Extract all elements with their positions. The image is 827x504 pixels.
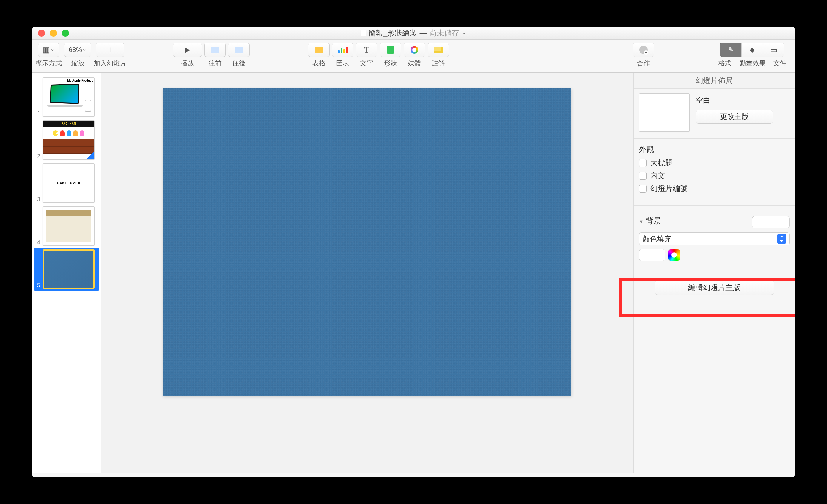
slide-canvas-area[interactable] [101, 72, 633, 473]
text-button[interactable] [356, 43, 377, 57]
inspector-tabs-group: 格式 動畫效果 文件 [713, 43, 791, 68]
view-mode-button[interactable] [38, 43, 59, 57]
slide-number: 3 [34, 196, 40, 203]
fill-type-select[interactable]: 顏色填充 [639, 232, 790, 245]
slide-number-checkbox-row[interactable]: 幻燈片編號 [639, 184, 790, 194]
toolbar: 顯示方式 68% 縮放 加入幻燈片 播放 往前 [32, 40, 795, 72]
comment-button[interactable] [428, 43, 449, 57]
view-mode-label: 顯示方式 [36, 59, 62, 68]
keynote-window: 簡報_形狀繪製 — 尚未儲存 顯示方式 68% 縮放 [32, 27, 795, 477]
inspector-tabs [720, 43, 784, 57]
background-heading[interactable]: 背景 [639, 216, 661, 226]
animate-tab-label: 動畫效果 [737, 59, 768, 68]
slide-preview: PAC-MAN [43, 120, 95, 160]
slide-thumb-4[interactable]: 4 [34, 205, 99, 248]
slide-thumb-2[interactable]: 2 PAC-MAN [34, 118, 99, 161]
prev-slide-icon [211, 47, 219, 53]
add-slide-button[interactable] [96, 43, 125, 57]
animate-tab[interactable] [741, 43, 763, 57]
slide2-banner: PAC-MAN [43, 120, 94, 127]
zoom-group: 68% 縮放 [64, 43, 91, 68]
background-swatch[interactable] [752, 216, 790, 228]
shape-label: 形狀 [384, 59, 397, 68]
layout-section: 空白 更改主版 [634, 89, 795, 139]
checkbox-icon[interactable] [639, 159, 647, 167]
zoom-value: 68% [69, 46, 82, 54]
fullscreen-button[interactable] [62, 30, 69, 37]
checkbox-icon[interactable] [639, 172, 647, 180]
zoom-button[interactable]: 68% [64, 43, 91, 57]
title-checkbox-row[interactable]: 大標題 [639, 158, 790, 168]
media-icon [410, 46, 418, 54]
prev-slide-button[interactable] [204, 43, 226, 57]
checkbox-icon[interactable] [639, 185, 647, 193]
ghost-icon [73, 131, 78, 136]
add-slide-label: 加入幻燈片 [94, 59, 127, 68]
person-add-icon [639, 46, 647, 54]
format-tab[interactable] [720, 43, 741, 57]
table-button[interactable] [308, 43, 330, 57]
brush-icon [728, 46, 734, 54]
slide-canvas[interactable] [163, 88, 572, 396]
color-well[interactable] [639, 249, 665, 261]
slide-navigator[interactable]: 1 My Apple Product 2 PAC-MAN [32, 72, 101, 473]
diamond-icon [750, 46, 755, 54]
close-button[interactable] [38, 30, 45, 37]
media-label: 媒體 [408, 59, 421, 68]
next-slide-button[interactable] [228, 43, 250, 57]
title-checkbox-label: 大標題 [650, 158, 673, 168]
slide-thumb-5[interactable]: 5 [34, 248, 99, 291]
media-button[interactable] [404, 43, 425, 57]
ghost-icon [66, 131, 71, 136]
minimize-button[interactable] [50, 30, 57, 37]
stepper-icon [777, 234, 786, 244]
slide-preview [43, 249, 95, 289]
slide-number: 4 [34, 239, 40, 246]
main-area: 1 My Apple Product 2 PAC-MAN [32, 72, 795, 473]
text-label: 文字 [360, 59, 373, 68]
collab-label: 合作 [637, 59, 650, 68]
save-state[interactable]: 尚未儲存 [429, 28, 466, 38]
slide-thumb-1[interactable]: 1 My Apple Product [34, 75, 99, 118]
play-label: 播放 [181, 59, 194, 68]
slide-number: 1 [34, 110, 40, 117]
play-button[interactable] [173, 43, 202, 57]
document-tab[interactable] [763, 43, 784, 57]
chart-label: 圖表 [336, 59, 349, 68]
table-label: 表格 [312, 59, 326, 68]
titlebar: 簡報_形狀繪製 — 尚未儲存 [32, 27, 795, 40]
background-section: 背景 顏色填充 [634, 210, 795, 266]
play-group: 播放 [173, 43, 202, 68]
edit-master-section: 編輯幻燈片主版 [634, 274, 795, 300]
comment-icon [434, 47, 443, 53]
slide-number: 2 [34, 153, 40, 160]
chart-icon [338, 46, 348, 53]
format-inspector: 幻燈片佈局 空白 更改主版 外觀 大標題 內文 [633, 72, 795, 473]
inspector-header: 幻燈片佈局 [634, 72, 795, 89]
slide-number-checkbox-label: 幻燈片編號 [650, 184, 688, 194]
document-tab-label: 文件 [768, 59, 791, 68]
fill-type-value: 顏色填充 [643, 234, 672, 244]
comment-label: 註解 [432, 59, 445, 68]
change-master-button[interactable]: 更改主版 [696, 110, 773, 123]
play-icon [185, 46, 190, 54]
slide3-text: GAME OVER [57, 181, 80, 186]
color-picker-button[interactable] [668, 249, 680, 261]
layout-name: 空白 [696, 95, 790, 105]
body-checkbox-row[interactable]: 內文 [639, 171, 790, 181]
plus-icon [107, 45, 113, 55]
document-name: 簡報_形狀繪製 [369, 28, 418, 38]
prev-label: 往前 [208, 59, 222, 68]
collab-button[interactable] [633, 43, 654, 57]
next-slide-icon [235, 47, 243, 53]
window-footer [32, 473, 795, 477]
edit-master-button[interactable]: 編輯幻燈片主版 [655, 280, 774, 295]
collab-group: 合作 [633, 43, 654, 68]
chart-button[interactable] [332, 43, 353, 57]
slide-thumb-3[interactable]: 3 GAME OVER [34, 161, 99, 205]
next-label: 往後 [232, 59, 245, 68]
window-controls [32, 30, 69, 37]
shape-button[interactable] [380, 43, 401, 57]
next-group: 往後 [228, 43, 250, 68]
comment-group: 註解 [428, 43, 449, 68]
